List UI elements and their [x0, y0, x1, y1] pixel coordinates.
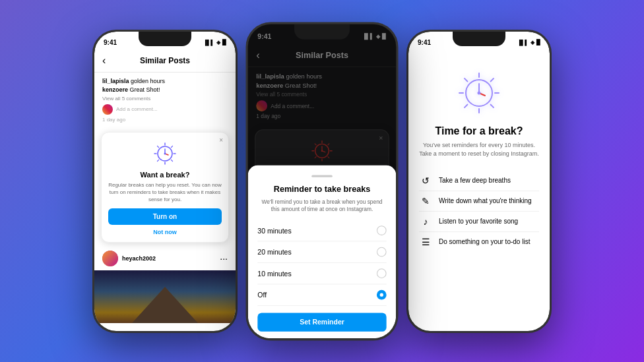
list-icon: ☰ [419, 237, 432, 247]
radio-circle-10[interactable] [377, 268, 387, 278]
svg-point-11 [164, 152, 166, 154]
nav-bar-1: ‹ Similar Posts [94, 50, 236, 73]
svg-line-7 [158, 160, 159, 161]
status-icons-1: ▐▌▌ ◈ ▉ [203, 40, 226, 45]
break-screen-3: Time for a break? You've set reminders f… [408, 50, 550, 258]
radio-label-20: 20 minutes [257, 248, 291, 256]
add-comment-text-1[interactable]: Add a comment... [116, 106, 158, 112]
status-icons-3: ▐▌▌ ◈ ▉ [517, 40, 540, 45]
radio-option-20[interactable]: 20 minutes [257, 241, 386, 263]
clock-icon-1 [152, 140, 178, 167]
nav-title-1: Similar Posts [140, 56, 190, 65]
svg-line-32 [465, 104, 468, 107]
sheet-title-2: Reminder to take breaks [257, 183, 386, 193]
svg-line-5 [171, 160, 172, 161]
svg-line-31 [491, 78, 494, 82]
battery-icon-3: ▉ [536, 40, 540, 45]
phone-2: 9:41 ▐▌▌ ◈ ▉ ‹ Similar Posts lil_lapisla… [246, 22, 399, 340]
comment-1: lil_lapisla golden hours [102, 78, 228, 86]
phone-3-screen: 9:41 ▐▌▌ ◈ ▉ [408, 32, 550, 331]
big-clock-icon-3 [456, 70, 502, 116]
notch-3 [453, 32, 505, 46]
big-clock-3 [419, 70, 539, 116]
break-item-4: ☰ Do something on your to-do list [419, 232, 539, 252]
post-avatar-1 [102, 251, 118, 266]
break-subtitle-3: You've set reminders for every 10 minute… [419, 141, 539, 159]
radio-label-30: 30 minutes [257, 226, 291, 234]
notch-2 [294, 24, 350, 39]
mountain-image-1 [94, 270, 236, 323]
svg-line-6 [171, 146, 172, 147]
mountain-shape-1 [132, 287, 198, 323]
wifi-icon-3: ◈ [531, 40, 534, 45]
phone-2-screen: 9:41 ▐▌▌ ◈ ▉ ‹ Similar Posts lil_lapisla… [248, 24, 397, 338]
radio-label-off: Off [257, 291, 267, 299]
popup-desc-1: Regular breaks can help you reset. You c… [108, 181, 222, 204]
svg-line-29 [465, 78, 468, 82]
svg-line-30 [491, 104, 494, 107]
sheet-confirm-button-2[interactable]: Set Reminder [257, 313, 386, 331]
break-title-3: Time for a break? [419, 125, 539, 137]
username-2: kenzoere [102, 86, 128, 93]
notch-1 [139, 32, 191, 46]
radio-label-10: 10 minutes [257, 269, 291, 277]
break-item-1: ↺ Take a few deep breaths [419, 171, 539, 191]
user-row-1: heyach2002 [102, 251, 156, 266]
music-icon: ♪ [419, 216, 432, 227]
radio-option-10[interactable]: 10 minutes [257, 262, 386, 284]
not-now-button-1[interactable]: Not now [108, 229, 222, 235]
popup-title-1: Want a break? [108, 171, 222, 179]
sheet-desc-2: We'll remind you to take a break when yo… [257, 197, 386, 212]
svg-line-4 [158, 146, 159, 147]
wifi-icon-1: ◈ [216, 40, 220, 45]
signal-icon-3: ▐▌▌ [517, 40, 529, 45]
status-time-3: 9:41 [418, 39, 431, 46]
break-item-2: ✎ Write down what you're thinking [419, 191, 539, 212]
view-all-1[interactable]: View all 5 comments [102, 96, 228, 102]
break-popup-1: × [101, 132, 229, 243]
sheet-handle-2 [311, 175, 333, 177]
radio-option-30[interactable]: 30 minutes [257, 220, 386, 241]
phone-1: 9:41 ▐▌▌ ◈ ▉ ‹ Similar Posts lil_lapisla… [92, 30, 238, 333]
svg-point-12 [102, 251, 118, 266]
username-1: lil_lapisla [102, 78, 129, 84]
svg-point-36 [478, 91, 481, 94]
timestamp-1: 1 day ago [102, 117, 228, 123]
bottom-post-1: heyach2002 ··· [94, 247, 236, 270]
clock-container-1 [108, 140, 222, 167]
status-time-1: 9:41 [104, 39, 117, 46]
radio-circle-20[interactable] [377, 247, 387, 256]
radio-circle-off[interactable] [377, 289, 387, 299]
popup-close-1[interactable]: × [219, 136, 223, 144]
add-comment-1: Add a comment... [102, 104, 228, 115]
reminder-sheet-2: Reminder to take breaks We'll remind you… [248, 165, 397, 338]
break-item-text-1: Take a few deep breaths [439, 177, 511, 184]
three-dots-1[interactable]: ··· [220, 253, 228, 264]
post-username-1: heyach2002 [122, 255, 156, 262]
radio-option-off[interactable]: Off [257, 284, 386, 306]
signal-icon-1: ▐▌▌ [203, 40, 214, 45]
break-item-3: ♪ Listen to your favorite song [419, 212, 539, 232]
battery-icon-1: ▉ [222, 40, 226, 45]
comment-section-1: lil_lapisla golden hours kenzoere Great … [94, 73, 236, 128]
back-button-1[interactable]: ‹ [102, 55, 106, 67]
breath-icon: ↺ [419, 175, 432, 186]
comment-2: kenzoere Great Shot! [102, 86, 228, 94]
break-item-text-3: Listen to your favorite song [439, 218, 518, 225]
write-icon: ✎ [419, 196, 432, 206]
phone-3: 9:41 ▐▌▌ ◈ ▉ [406, 30, 552, 333]
phone-1-screen: 9:41 ▐▌▌ ◈ ▉ ‹ Similar Posts lil_lapisla… [94, 32, 236, 331]
break-item-text-2: Write down what you're thinking [439, 197, 532, 204]
turn-on-button-1[interactable]: Turn on [108, 208, 222, 225]
user-avatar-1 [102, 104, 113, 115]
break-item-text-4: Do something on your to-do list [439, 238, 530, 245]
radio-circle-30[interactable] [377, 226, 387, 235]
comment-text-2: Great Shot! [130, 86, 160, 93]
comment-text-1: golden hours [131, 78, 165, 84]
